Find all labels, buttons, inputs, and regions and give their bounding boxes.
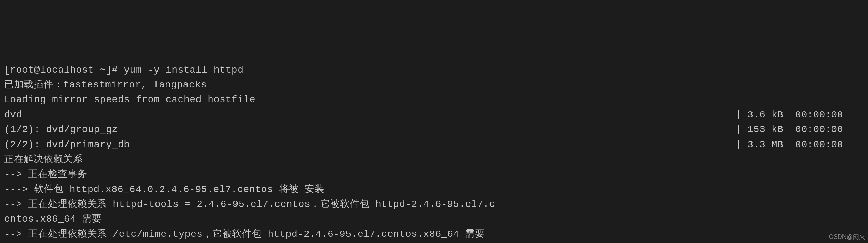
terminal-line-8: --> 正在检查事务 xyxy=(4,167,864,182)
line-left-text: (1/2): dvd/group_gz xyxy=(4,124,118,135)
line-text: Loading mirror speeds from cached hostfi… xyxy=(4,94,255,105)
line-text: entos.x86_64 需要 xyxy=(4,214,102,224)
line-right-text: | 153 kB 00:00:00 xyxy=(735,122,843,137)
terminal-content: [root@localhost ~]# yum -y install httpd… xyxy=(4,3,864,243)
line-text: ---> 软件包 httpd.x86_64.0.2.4.6-95.el7.cen… xyxy=(4,184,324,195)
terminal-line-13: --> 正在检查事务 xyxy=(4,242,864,243)
watermark: CSDN@闷火 xyxy=(829,233,865,241)
terminal-line-11: entos.x86_64 需要 xyxy=(4,212,864,226)
line-text: --> 正在处理依赖关系 httpd-tools = 2.4.6-95.el7.… xyxy=(4,199,495,210)
terminal-line-10: --> 正在处理依赖关系 httpd-tools = 2.4.6-95.el7.… xyxy=(4,197,864,212)
terminal-lines: [root@localhost ~]# yum -y install httpd… xyxy=(4,33,864,243)
terminal-window: [root@localhost ~]# yum -y install httpd… xyxy=(0,0,868,243)
line-text: --> 正在处理依赖关系 /etc/mime.types，它被软件包 httpd… xyxy=(4,229,485,240)
terminal-line-4: dvd| 3.6 kB 00:00:00 xyxy=(4,107,864,122)
terminal-line-2: 已加载插件：fastestmirror, langpacks xyxy=(4,77,864,92)
line-right-text: | 3.6 kB 00:00:00 xyxy=(735,107,843,122)
line-left-text: dvd xyxy=(4,109,22,120)
line-left-text: (2/2): dvd/primary_db xyxy=(4,139,130,150)
terminal-line-6: (2/2): dvd/primary_db| 3.3 MB 00:00:00 xyxy=(4,137,864,152)
line-text: 已加载插件：fastestmirror, langpacks xyxy=(4,80,207,90)
terminal-line-3: Loading mirror speeds from cached hostfi… xyxy=(4,92,864,107)
terminal-line-12: --> 正在处理依赖关系 /etc/mime.types，它被软件包 httpd… xyxy=(4,227,864,242)
terminal-line-7: 正在解决依赖关系 xyxy=(4,152,864,167)
line-right-text: | 3.3 MB 00:00:00 xyxy=(735,137,843,152)
line-text: --> 正在检查事务 xyxy=(4,169,87,180)
terminal-line-9: ---> 软件包 httpd.x86_64.0.2.4.6-95.el7.cen… xyxy=(4,182,864,197)
line-text: [root@localhost ~]# yum -y install httpd xyxy=(4,65,244,75)
terminal-line-1: [root@localhost ~]# yum -y install httpd xyxy=(4,63,864,77)
terminal-line-5: (1/2): dvd/group_gz| 153 kB 00:00:00 xyxy=(4,122,864,137)
line-text: 正在解决依赖关系 xyxy=(4,154,83,165)
